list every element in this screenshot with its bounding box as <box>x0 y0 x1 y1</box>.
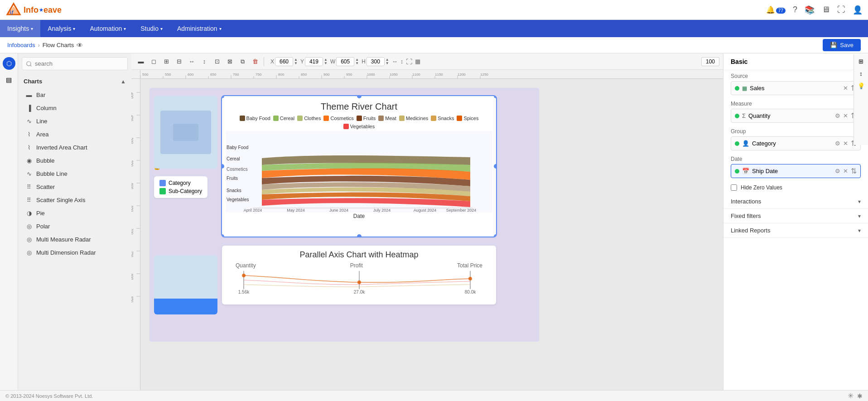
interactions-toggle[interactable]: ▾ <box>858 198 861 205</box>
tb-grid-btn[interactable]: ⊡ <box>211 56 223 68</box>
date-field[interactable]: 📅 Ship Date ⚙ ✕ ⇅ <box>731 164 861 178</box>
hide-zero-checkbox[interactable] <box>731 184 737 191</box>
chart-item-bar[interactable]: ▬ Bar <box>18 88 131 101</box>
svg-text:750: 750 <box>131 251 134 257</box>
footer: © 2013-2024 Noesys Software Pvt. Ltd. ✳ … <box>0 390 868 401</box>
menu-studio[interactable]: Studio ▾ <box>133 20 170 37</box>
x-input[interactable] <box>275 57 293 66</box>
grid-toggle-icon[interactable]: ▦ <box>415 58 420 65</box>
w-down[interactable]: ▼ <box>355 62 359 65</box>
resize-handle-br[interactable] <box>494 234 496 237</box>
horizontal-ruler-row: 500 550 600 650 700 750 800 850 900 950 … <box>131 70 723 79</box>
preview-icon[interactable]: 👁 <box>77 42 83 49</box>
chart-item-inverted-area[interactable]: ⌇ Inverted Area Chart <box>18 141 131 154</box>
tb-align-btn[interactable]: ↔ <box>186 56 198 68</box>
w-input[interactable] <box>336 57 354 66</box>
chart-item-bubble[interactable]: ◉ Bubble <box>18 154 131 167</box>
tb-cross-btn[interactable]: ⊠ <box>224 56 236 68</box>
tb-delete-row-btn[interactable]: ⊟ <box>173 56 185 68</box>
filter-icon[interactable]: ⊞ <box>858 58 863 65</box>
tb-distribute-btn[interactable]: ↕ <box>198 56 210 68</box>
layers-icon[interactable]: ⬡ <box>3 57 15 70</box>
y-input[interactable] <box>305 57 323 66</box>
expand-canvas-icon[interactable]: ⛶ <box>406 58 412 65</box>
theme-river-svg-container: Baby Food Cereal Cosmetics Fruits Snacks… <box>222 131 496 219</box>
arrow-icon-1: ↔ <box>392 58 398 65</box>
group-gear-icon[interactable]: ⚙ <box>835 140 840 147</box>
zoom-input[interactable] <box>701 57 719 66</box>
svg-text:700: 700 <box>131 228 134 235</box>
breadcrumb-current: Flow Charts <box>43 42 74 48</box>
library-icon[interactable]: 📚 <box>805 5 815 15</box>
menu-analysis[interactable]: Analysis ▾ <box>40 20 82 37</box>
footer-logo: ✳ <box>848 391 854 400</box>
menu-administration[interactable]: Administration ▾ <box>170 20 229 37</box>
placeholder-2[interactable] <box>154 256 217 314</box>
svg-rect-3 <box>140 70 530 79</box>
charts-toggle[interactable]: ▲ <box>121 78 126 85</box>
x-down[interactable]: ▼ <box>294 62 298 65</box>
save-button[interactable]: 💾 Save <box>823 39 861 51</box>
h-down[interactable]: ▼ <box>386 62 389 65</box>
resize-handle-bl[interactable] <box>222 234 224 237</box>
measure-clear-icon[interactable]: ✕ <box>843 112 848 119</box>
group-clear-icon[interactable]: ✕ <box>843 140 848 147</box>
canvas-scroll[interactable]: 🔒 Category <box>140 79 723 401</box>
chart-item-bubble-line[interactable]: ∿ Bubble Line <box>18 167 131 180</box>
source-field[interactable]: ▦ Sales ✕ ⇅ <box>731 81 861 95</box>
interactions-header[interactable]: Interactions ▾ <box>723 194 868 208</box>
placeholder-1[interactable] <box>154 96 217 169</box>
monitor-icon[interactable]: 🖥 <box>822 5 830 14</box>
svg-text:950: 950 <box>346 72 352 77</box>
measure-row: Measure Σ Quantity ⚙ ✕ ⇅ <box>723 98 868 126</box>
parallel-axis-widget[interactable]: Parallel Axis Chart with Heatmap Quantit… <box>222 246 496 304</box>
linked-reports-header[interactable]: Linked Reports ▾ <box>723 223 868 237</box>
date-clear-icon[interactable]: ✕ <box>843 168 848 174</box>
tb-delete-btn[interactable]: 🗑 <box>249 56 261 68</box>
notification-bell[interactable]: 🔔77 <box>766 5 786 14</box>
help-icon[interactable]: ? <box>793 5 797 14</box>
tb-rect-btn[interactable]: ◻ <box>148 56 159 68</box>
h-input[interactable] <box>366 57 385 66</box>
tb-copy-btn[interactable]: ⧉ <box>236 56 248 68</box>
chart-item-scatter-single[interactable]: ⠿ Scatter Single Axis <box>18 193 131 207</box>
menu-insights[interactable]: Insights ▾ <box>0 20 40 37</box>
search-input[interactable] <box>22 57 128 70</box>
chart-item-polar[interactable]: ◎ Polar <box>18 220 131 233</box>
bulb-icon[interactable]: 💡 <box>858 82 865 89</box>
sort-icon[interactable]: ↕ <box>859 70 863 77</box>
group-row: Group 👤 Category ⚙ ✕ ⇅ <box>723 126 868 153</box>
menu-automation[interactable]: Automation ▾ <box>82 20 133 37</box>
chart-item-scatter[interactable]: ⠿ Scatter <box>18 180 131 193</box>
category-legend-item1: Category <box>169 180 191 186</box>
resize-handle-bm[interactable] <box>357 234 362 237</box>
chart-item-multi-measure[interactable]: ◎ Multi Measure Radar <box>18 233 131 246</box>
y-down[interactable]: ▼ <box>324 62 328 65</box>
fixed-filters-header[interactable]: Fixed filters ▾ <box>723 209 868 223</box>
group-value: Category <box>752 140 832 147</box>
group-field[interactable]: 👤 Category ⚙ ✕ ⇅ <box>731 136 861 150</box>
tb-select-btn[interactable]: ▬ <box>135 56 147 68</box>
svg-text:900: 900 <box>323 72 330 77</box>
chart-item-pie[interactable]: ◑ Pie <box>18 207 131 220</box>
source-clear-icon[interactable]: ✕ <box>843 85 848 92</box>
breadcrumb-parent[interactable]: Infoboards <box>7 42 35 48</box>
measure-field[interactable]: Σ Quantity ⚙ ✕ ⇅ <box>731 109 861 123</box>
chart-item-column[interactable]: ▐ Column <box>18 101 131 115</box>
chart-item-area[interactable]: ⌇ Area <box>18 128 131 141</box>
theme-river-widget[interactable]: Theme River Chart Baby Food Cereal Cloth… <box>222 96 496 237</box>
x-label: X <box>270 58 274 65</box>
chart-item-multi-dimension[interactable]: ◎ Multi Dimension Radar <box>18 246 131 259</box>
date-sort-icon[interactable]: ⇅ <box>851 167 857 175</box>
date-gear-icon[interactable]: ⚙ <box>835 168 840 174</box>
svg-text:Fruits: Fruits <box>227 176 238 181</box>
footer-settings[interactable]: ✱ <box>857 392 863 400</box>
measure-gear-icon[interactable]: ⚙ <box>835 112 840 119</box>
linked-reports-toggle[interactable]: ▾ <box>858 227 861 234</box>
tb-table-btn[interactable]: ⊞ <box>160 56 172 68</box>
user-icon[interactable]: 👤 <box>853 5 863 15</box>
pages-icon[interactable]: ▤ <box>3 73 15 86</box>
expand-icon[interactable]: ⛶ <box>837 5 845 14</box>
chart-item-line[interactable]: ∿ Line <box>18 115 131 128</box>
fixed-filters-toggle[interactable]: ▾ <box>858 213 861 219</box>
